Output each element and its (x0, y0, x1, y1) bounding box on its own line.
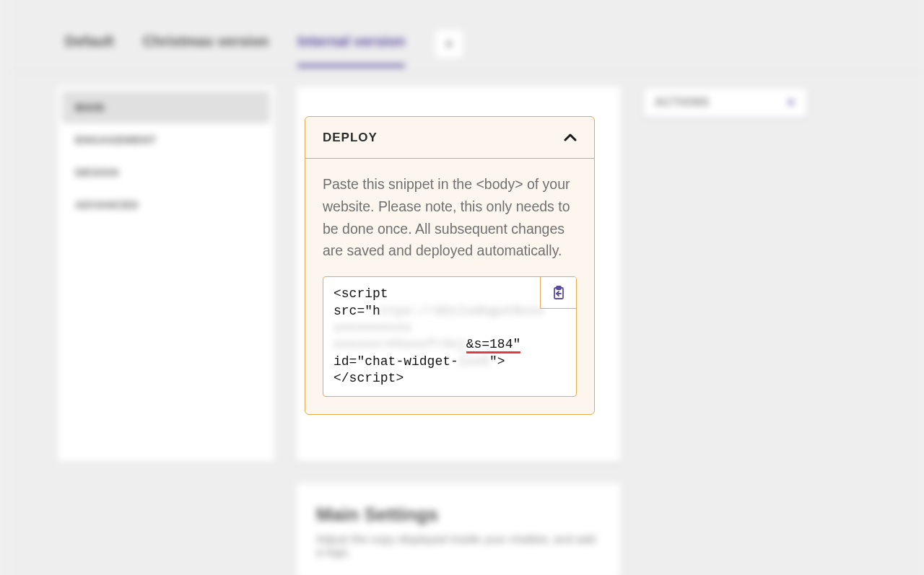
actions-label: ACTIONS (655, 96, 710, 109)
sidebar-item-advanced[interactable]: ADVANCED (62, 188, 270, 221)
code-line: id="chat-widget-1xx5"> (334, 354, 566, 370)
tab-internal[interactable]: Internal version (297, 33, 405, 67)
deploy-header[interactable]: DEPLOY (305, 117, 594, 159)
main-settings-card: Main Settings Adjust the copy displayed … (296, 483, 621, 575)
snippet-box: <script src="https://d2zlsdogut0zxx xxxx… (323, 276, 577, 396)
code-line: <script (334, 286, 566, 302)
settings-sidebar: MAIN ENGAGEMENT DESIGN ADVANCED (58, 87, 274, 462)
deploy-card: DEPLOY Paste this snippet in the <body> … (305, 116, 595, 415)
tab-default[interactable]: Default (65, 33, 114, 67)
code-line: xxxxxxxxxx (334, 320, 566, 336)
main-settings-title: Main Settings (316, 504, 601, 526)
deploy-description: Paste this snippet in the <body> of your… (323, 173, 577, 262)
sidebar-item-design[interactable]: DESIGN (62, 156, 270, 188)
chevron-up-icon (564, 130, 577, 145)
code-line: src="https://d2zlsdogut0zxx (334, 303, 566, 320)
sidebar-item-main[interactable]: MAIN (62, 91, 270, 123)
chevron-down-icon: ▼ (786, 97, 796, 108)
code-line: </script> (334, 370, 566, 387)
sidebar-item-engagement[interactable]: ENGAGEMENT (62, 123, 270, 156)
copy-button[interactable] (540, 277, 576, 309)
deploy-title: DEPLOY (323, 131, 378, 145)
add-tab-button[interactable]: + (434, 29, 464, 59)
tabs-bar: Default Christmas version Internal versi… (7, 0, 924, 72)
clipboard-icon (552, 286, 565, 300)
highlighted-param: &s=184" (466, 337, 521, 354)
tab-christmas[interactable]: Christmas version (143, 33, 269, 67)
main-settings-desc: Adjust the copy displayed inside your ch… (316, 533, 601, 559)
code-line: xxxxxx=#XxxxfrXnj&s=184" (334, 336, 566, 353)
actions-dropdown[interactable]: ACTIONS ▼ (642, 87, 808, 118)
